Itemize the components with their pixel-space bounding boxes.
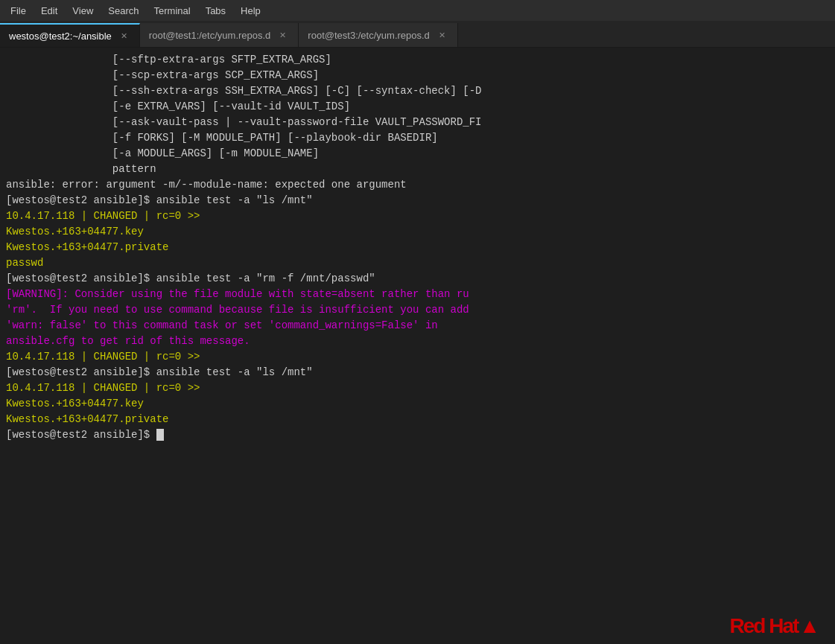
tab-close-2[interactable]: ✕ xyxy=(436,29,448,42)
tab-close-0[interactable]: ✕ xyxy=(118,30,130,42)
menu-bar: File Edit View Search Terminal Tabs Help xyxy=(0,0,835,21)
tab-close-1[interactable]: ✕ xyxy=(276,29,289,42)
terminal-line: [WARNING]: Consider using the file modul… xyxy=(6,287,829,302)
terminal-line: 'warn: false' to this command task or se… xyxy=(6,318,829,334)
redhat-logo-area: Red Hat ▲ xyxy=(729,614,820,638)
menu-tabs[interactable]: Tabs xyxy=(198,0,233,21)
terminal-line: ansible.cfg to get rid of this message. xyxy=(6,334,829,349)
terminal-line: 'rm'. If you need to use command because… xyxy=(6,302,829,318)
terminal-line: [westos@test2 ansible]$ ansible test -a … xyxy=(6,193,829,208)
redhat-logo-icon: ▲ xyxy=(799,614,820,638)
menu-view[interactable]: View xyxy=(65,0,101,21)
menu-edit[interactable]: Edit xyxy=(34,0,65,21)
tab-root-test1[interactable]: root@test1:/etc/yum.repos.d ✕ xyxy=(140,23,299,47)
terminal-line: Kwestos.+163+04477.private xyxy=(6,240,829,255)
menu-help[interactable]: Help xyxy=(233,0,268,21)
menu-search[interactable]: Search xyxy=(101,0,146,21)
terminal-line: [-a MODULE_ARGS] [-m MODULE_NAME] xyxy=(6,146,829,162)
terminal-line: [-e EXTRA_VARS] [--vault-id VAULT_IDS] xyxy=(6,99,829,115)
bottom-bar: Red Hat ▲ xyxy=(0,599,835,644)
menu-terminal[interactable]: Terminal xyxy=(147,0,198,21)
terminal-output[interactable]: [--sftp-extra-args SFTP_EXTRA_ARGS] [--s… xyxy=(0,48,835,599)
menu-file[interactable]: File xyxy=(3,0,34,21)
terminal-line: [westos@test2 ansible]$ xyxy=(6,427,829,443)
terminal-line: [westos@test2 ansible]$ ansible test -a … xyxy=(6,271,829,287)
tab-westos-test2[interactable]: westos@test2:~/ansible ✕ xyxy=(0,23,140,47)
terminal-line: Kwestos.+163+04477.private xyxy=(6,412,829,427)
terminal-line: 10.4.17.118 | CHANGED | rc=0 >> xyxy=(6,349,829,365)
terminal-line: Kwestos.+163+04477.key xyxy=(6,396,829,412)
terminal-line: [--ssh-extra-args SSH_EXTRA_ARGS] [-C] [… xyxy=(6,83,829,99)
terminal-line: [--ask-vault-pass | --vault-password-fil… xyxy=(6,115,829,130)
terminal-line: [westos@test2 ansible]$ ansible test -a … xyxy=(6,365,829,380)
terminal-cursor xyxy=(156,429,164,441)
terminal-line: ansible: error: argument -m/--module-nam… xyxy=(6,177,829,193)
redhat-logo-text: Red Hat xyxy=(729,614,798,638)
terminal-line: Kwestos.+163+04477.key xyxy=(6,224,829,240)
terminal-line: passwd xyxy=(6,255,829,271)
terminal-line: pattern xyxy=(6,162,829,177)
tab-root-test3[interactable]: root@test3:/etc/yum.repos.d ✕ xyxy=(299,23,458,47)
terminal-line: [--scp-extra-args SCP_EXTRA_ARGS] xyxy=(6,68,829,83)
terminal-line: 10.4.17.118 | CHANGED | rc=0 >> xyxy=(6,208,829,224)
tab-bar: westos@test2:~/ansible ✕ root@test1:/etc… xyxy=(0,21,835,48)
terminal-line: 10.4.17.118 | CHANGED | rc=0 >> xyxy=(6,380,829,396)
terminal-line: [--sftp-extra-args SFTP_EXTRA_ARGS] xyxy=(6,52,829,68)
terminal-line: [-f FORKS] [-M MODULE_PATH] [--playbook-… xyxy=(6,130,829,146)
